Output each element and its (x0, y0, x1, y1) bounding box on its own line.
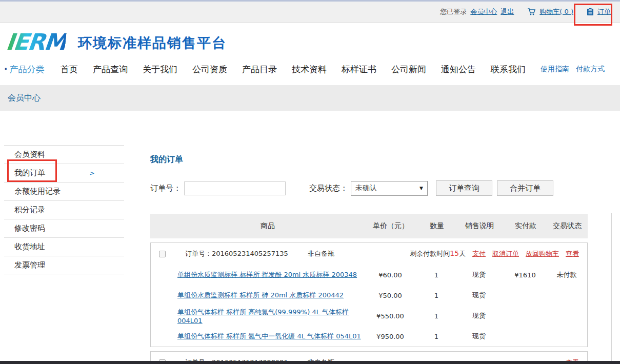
nav-item-6[interactable]: 标样证书 (342, 64, 376, 75)
page: 您已登录 会员中心 退出 购物车( 0 ) 订单 IERM 环境标准样品销售平台… (0, 0, 620, 364)
item-price: ¥50.00 (362, 292, 419, 299)
product-link[interactable]: 单组份水质监测标样 标样所 挥发酚 20ml 水质标样 200348 (177, 271, 357, 278)
main-nav: ·产品分类 首页产品查询关于我们公司资质产品目录技术资料标样证书公司新闻通知公告… (0, 57, 620, 81)
nav-menu: 首页产品查询关于我们公司资质产品目录技术资料标样证书公司新闻通知公告联系我们 (61, 64, 526, 75)
item-qty: 1 (419, 271, 454, 279)
order-checkbox[interactable] (159, 251, 166, 257)
sidebar-item-label: 积分记录 (14, 205, 45, 215)
footer-edge-bar (0, 361, 620, 364)
orders-table-header: 商品 单价（元） 数量 销售说明 实付款 交易状态 (150, 214, 588, 238)
page-title: 我的订单 (150, 154, 183, 165)
order-number-label: 订单号： (185, 250, 212, 257)
cart-group[interactable]: 购物车( 0 ) (527, 7, 573, 16)
orders-link[interactable]: 订单 (597, 7, 611, 16)
order-action-0[interactable]: 支付 (472, 249, 486, 258)
sidebar-item-label: 会员资料 (14, 150, 45, 159)
product-link[interactable]: 单组份气体标样 标样所 高纯氮气(99.999%) 4L 气体标样 004L01 (177, 308, 349, 325)
orders-group[interactable]: 订单 (587, 7, 611, 16)
item-product-cell: 单组份气体标样 标样所 高纯氮气(99.999%) 4L 气体标样 004L01 (174, 308, 362, 325)
status-label: 交易状态： (309, 184, 348, 193)
order-actions: 剩余付款时间15天支付取消订单放回购物车查看 (410, 249, 579, 258)
sidebar-item-1[interactable]: 我的订单> (4, 164, 124, 182)
nav-item-1[interactable]: 产品查询 (93, 64, 128, 75)
sidebar-item-0[interactable]: 会员资料 (4, 145, 124, 164)
nav-item-5[interactable]: 技术资料 (292, 64, 327, 75)
nav-item-4[interactable]: 产品目录 (242, 64, 277, 75)
member-sidebar: 会员资料我的订单>余额使用记录积分记录修改密码收货地址发票管理 (4, 145, 124, 274)
nav-right-link-0[interactable]: 使用指南 (541, 65, 569, 74)
payment-remaining-label: 剩余付款时间 (410, 250, 450, 257)
item-qty: 1 (419, 333, 454, 340)
merge-orders-button[interactable]: 合并订单 (497, 180, 553, 196)
order-block-0: 订单号：201605231405257135非自备瓶剩余付款时间15天支付取消订… (150, 242, 588, 347)
item-price: ¥60.00 (362, 271, 419, 279)
order-no-input[interactable] (184, 181, 286, 195)
nav-item-7[interactable]: 公司新闻 (391, 64, 426, 75)
order-number: 订单号：201605231405257135 (185, 249, 288, 258)
nav-item-3[interactable]: 公司资质 (192, 64, 227, 75)
payment-remaining: 剩余付款时间15天 (410, 249, 466, 258)
status-select[interactable]: 未确认 ▼ (351, 181, 428, 196)
logout-link[interactable]: 退出 (501, 7, 514, 16)
order-checkbox-cell (151, 251, 174, 257)
cart-icon (527, 8, 536, 16)
sidebar-item-3[interactable]: 积分记录 (4, 200, 124, 219)
nav-right-link-1[interactable]: 付款方式 (576, 65, 605, 74)
order-action-1[interactable]: 取消订单 (492, 249, 519, 258)
order-filter-row: 订单号： 交易状态： 未确认 ▼ 订单查询 合并订单 (150, 180, 588, 196)
order-item-row: 单组份水质监测标样 标样所 挥发酚 20ml 水质标样 200348¥60.00… (151, 265, 587, 285)
item-price: ¥950.00 (362, 333, 419, 340)
orders-list: 订单号：201605231405257135非自备瓶剩余付款时间15天支付取消订… (150, 242, 588, 364)
member-center-link[interactable]: 会员中心 (470, 7, 497, 16)
item-product-cell: 单组份气体标样 标样所 氮气中一氧化碳 4L 气体标样 054L01 (174, 332, 362, 341)
order-action-3[interactable]: 查看 (566, 249, 579, 258)
payment-remaining-days: 15 (450, 249, 459, 257)
cart-link[interactable]: 购物车( 0 ) (539, 7, 573, 16)
login-status-group: 您已登录 会员中心 退出 (440, 7, 514, 16)
order-header-row: 订单号：201605231405257135非自备瓶剩余付款时间15天支付取消订… (151, 243, 587, 265)
item-paid-amount: ¥1610 (504, 271, 546, 279)
nav-product-category[interactable]: ·产品分类 (4, 64, 44, 75)
chevron-down-icon: ▼ (419, 186, 423, 191)
nav-item-0[interactable]: 首页 (61, 64, 78, 75)
sidebar-item-5[interactable]: 收货地址 (4, 237, 124, 256)
nav-item-2[interactable]: 关于我们 (143, 64, 177, 75)
sidebar-active-arrow-icon: > (89, 169, 95, 177)
order-item-row: 单组份气体标样 标样所 高纯氮气(99.999%) 4L 气体标样 004L01… (151, 306, 587, 326)
sidebar-item-label: 余额使用记录 (14, 187, 61, 196)
sidebar-item-2[interactable]: 余额使用记录 (4, 182, 124, 200)
item-sales-note: 现货 (454, 270, 504, 279)
item-qty: 1 (419, 292, 454, 299)
item-qty: 1 (419, 312, 454, 320)
order-search-button[interactable]: 订单查询 (436, 180, 492, 196)
order-item-row: 单组份水质监测标样 标样所 砷 20ml 水质标样 200442¥50.001现… (151, 285, 587, 306)
site-logo[interactable]: IERM (5, 29, 67, 55)
top-bar: 您已登录 会员中心 退出 购物车( 0 ) 订单 (0, 2, 620, 23)
sidebar-item-label: 修改密码 (14, 224, 45, 233)
item-sales-note: 现货 (454, 291, 504, 300)
item-product-cell: 单组份水质监测标样 标样所 砷 20ml 水质标样 200442 (174, 291, 362, 300)
payment-remaining-unit: 天 (459, 250, 466, 257)
product-link[interactable]: 单组份水质监测标样 标样所 砷 20ml 水质标样 200442 (177, 291, 344, 299)
breadcrumb: 会员中心 (8, 93, 41, 104)
sidebar-item-label: 我的订单 (14, 168, 45, 178)
order-no-label: 订单号： (150, 184, 181, 193)
nav-right-links: 使用指南付款方式 (541, 65, 605, 74)
col-header-qty: 数量 (419, 221, 454, 231)
sidebar-item-label: 发票管理 (14, 260, 45, 270)
item-price: ¥550.00 (362, 312, 419, 320)
product-link[interactable]: 单组份气体标样 标样所 氮气中一氧化碳 4L 气体标样 054L01 (177, 332, 361, 340)
bullet-icon: · (4, 64, 7, 74)
col-header-status: 交易状态 (547, 221, 588, 231)
right-divider-line (611, 213, 612, 364)
breadcrumb-bar: 会员中心 (0, 85, 620, 111)
nav-item-8[interactable]: 通知公告 (441, 64, 476, 75)
order-list-icon (587, 8, 594, 16)
sidebar-item-6[interactable]: 发票管理 (4, 256, 124, 274)
nav-item-9[interactable]: 联系我们 (491, 64, 526, 75)
order-item-row: 单组份气体标样 标样所 氮气中一氧化碳 4L 气体标样 054L01¥950.0… (151, 326, 587, 347)
col-header-product: 商品 (173, 221, 362, 231)
login-status-text: 您已登录 (440, 7, 467, 16)
order-action-2[interactable]: 放回购物车 (526, 249, 559, 258)
sidebar-item-4[interactable]: 修改密码 (4, 219, 124, 237)
